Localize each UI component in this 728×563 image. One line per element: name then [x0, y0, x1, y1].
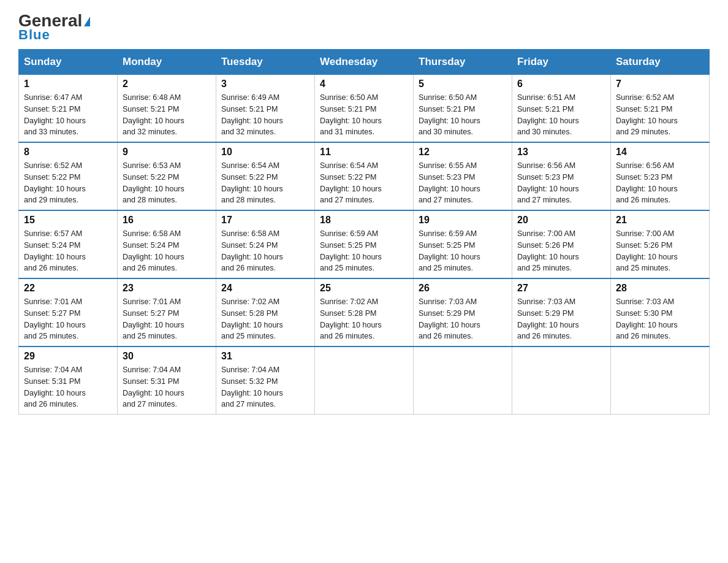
day-number: 23: [123, 283, 211, 294]
day-number: 9: [123, 147, 211, 158]
days-header-row: SundayMondayTuesdayWednesdayThursdayFrid…: [19, 50, 710, 75]
day-number: 18: [320, 215, 408, 226]
calendar-cell: 25 Sunrise: 7:02 AM Sunset: 5:28 PM Dayl…: [315, 278, 414, 347]
day-info: Sunrise: 7:03 AM Sunset: 5:29 PM Dayligh…: [517, 296, 605, 342]
day-number: 12: [419, 147, 507, 158]
day-info: Sunrise: 7:01 AM Sunset: 5:27 PM Dayligh…: [123, 296, 211, 342]
logo: General Blue: [18, 12, 90, 43]
week-row-4: 22 Sunrise: 7:01 AM Sunset: 5:27 PM Dayl…: [19, 278, 710, 347]
day-number: 2: [123, 79, 211, 90]
calendar-cell: 23 Sunrise: 7:01 AM Sunset: 5:27 PM Dayl…: [118, 278, 216, 347]
calendar-cell: 17 Sunrise: 6:58 AM Sunset: 5:24 PM Dayl…: [216, 210, 315, 278]
calendar-cell: 19 Sunrise: 6:59 AM Sunset: 5:25 PM Dayl…: [414, 210, 512, 278]
calendar-cell: 21 Sunrise: 7:00 AM Sunset: 5:26 PM Dayl…: [611, 210, 710, 278]
week-row-3: 15 Sunrise: 6:57 AM Sunset: 5:24 PM Dayl…: [19, 210, 710, 278]
day-number: 22: [24, 283, 112, 294]
calendar-cell: 24 Sunrise: 7:02 AM Sunset: 5:28 PM Dayl…: [216, 278, 315, 347]
day-number: 8: [24, 147, 112, 158]
week-row-5: 29 Sunrise: 7:04 AM Sunset: 5:31 PM Dayl…: [19, 347, 710, 415]
calendar-cell: 28 Sunrise: 7:03 AM Sunset: 5:30 PM Dayl…: [611, 278, 710, 347]
day-info: Sunrise: 6:57 AM Sunset: 5:24 PM Dayligh…: [24, 228, 112, 274]
day-number: 19: [419, 215, 507, 226]
day-number: 4: [320, 79, 408, 90]
day-number: 31: [221, 351, 309, 362]
calendar-cell: 15 Sunrise: 6:57 AM Sunset: 5:24 PM Dayl…: [19, 210, 118, 278]
day-info: Sunrise: 6:59 AM Sunset: 5:25 PM Dayligh…: [320, 228, 408, 274]
day-number: 20: [517, 215, 605, 226]
calendar-cell: 10 Sunrise: 6:54 AM Sunset: 5:22 PM Dayl…: [216, 142, 315, 210]
column-header-thursday: Thursday: [414, 50, 512, 75]
day-info: Sunrise: 6:50 AM Sunset: 5:21 PM Dayligh…: [320, 92, 408, 138]
calendar-cell: 26 Sunrise: 7:03 AM Sunset: 5:29 PM Dayl…: [414, 278, 512, 347]
logo-blue-text: Blue: [18, 27, 50, 43]
day-info: Sunrise: 6:58 AM Sunset: 5:24 PM Dayligh…: [123, 228, 211, 274]
day-info: Sunrise: 7:04 AM Sunset: 5:31 PM Dayligh…: [24, 364, 112, 410]
calendar-cell: 5 Sunrise: 6:50 AM Sunset: 5:21 PM Dayli…: [414, 75, 512, 143]
day-info: Sunrise: 7:04 AM Sunset: 5:32 PM Dayligh…: [221, 364, 309, 410]
calendar-cell: 1 Sunrise: 6:47 AM Sunset: 5:21 PM Dayli…: [19, 75, 118, 143]
day-number: 26: [419, 283, 507, 294]
calendar-cell: 3 Sunrise: 6:49 AM Sunset: 5:21 PM Dayli…: [216, 75, 315, 143]
day-info: Sunrise: 6:51 AM Sunset: 5:21 PM Dayligh…: [517, 92, 605, 138]
day-info: Sunrise: 7:02 AM Sunset: 5:28 PM Dayligh…: [320, 296, 408, 342]
day-number: 30: [123, 351, 211, 362]
calendar-table: SundayMondayTuesdayWednesdayThursdayFrid…: [18, 49, 710, 415]
day-number: 11: [320, 147, 408, 158]
day-info: Sunrise: 6:58 AM Sunset: 5:24 PM Dayligh…: [221, 228, 309, 274]
day-number: 1: [24, 79, 112, 90]
calendar-cell: 29 Sunrise: 7:04 AM Sunset: 5:31 PM Dayl…: [19, 347, 118, 415]
day-number: 7: [616, 79, 704, 90]
column-header-tuesday: Tuesday: [216, 50, 315, 75]
day-info: Sunrise: 6:59 AM Sunset: 5:25 PM Dayligh…: [419, 228, 507, 274]
day-number: 17: [221, 215, 309, 226]
day-info: Sunrise: 7:02 AM Sunset: 5:28 PM Dayligh…: [221, 296, 309, 342]
day-info: Sunrise: 7:04 AM Sunset: 5:31 PM Dayligh…: [123, 364, 211, 410]
day-number: 6: [517, 79, 605, 90]
calendar-cell: 16 Sunrise: 6:58 AM Sunset: 5:24 PM Dayl…: [118, 210, 216, 278]
day-number: 28: [616, 283, 704, 294]
calendar-cell: 2 Sunrise: 6:48 AM Sunset: 5:21 PM Dayli…: [118, 75, 216, 143]
day-number: 21: [616, 215, 704, 226]
day-info: Sunrise: 6:56 AM Sunset: 5:23 PM Dayligh…: [616, 160, 704, 206]
day-number: 14: [616, 147, 704, 158]
calendar-cell: 4 Sunrise: 6:50 AM Sunset: 5:21 PM Dayli…: [315, 75, 414, 143]
calendar-cell: 7 Sunrise: 6:52 AM Sunset: 5:21 PM Dayli…: [611, 75, 710, 143]
day-number: 3: [221, 79, 309, 90]
day-info: Sunrise: 6:54 AM Sunset: 5:22 PM Dayligh…: [320, 160, 408, 206]
day-info: Sunrise: 6:53 AM Sunset: 5:22 PM Dayligh…: [123, 160, 211, 206]
day-number: 15: [24, 215, 112, 226]
day-number: 5: [419, 79, 507, 90]
calendar-cell: 18 Sunrise: 6:59 AM Sunset: 5:25 PM Dayl…: [315, 210, 414, 278]
day-number: 29: [24, 351, 112, 362]
calendar-cell: [512, 347, 611, 415]
calendar-cell: 8 Sunrise: 6:52 AM Sunset: 5:22 PM Dayli…: [19, 142, 118, 210]
calendar-cell: 30 Sunrise: 7:04 AM Sunset: 5:31 PM Dayl…: [118, 347, 216, 415]
column-header-friday: Friday: [512, 50, 611, 75]
calendar-cell: 11 Sunrise: 6:54 AM Sunset: 5:22 PM Dayl…: [315, 142, 414, 210]
page-header: General Blue: [18, 12, 710, 43]
column-header-sunday: Sunday: [19, 50, 118, 75]
calendar-cell: 20 Sunrise: 7:00 AM Sunset: 5:26 PM Dayl…: [512, 210, 611, 278]
day-info: Sunrise: 6:48 AM Sunset: 5:21 PM Dayligh…: [123, 92, 211, 138]
day-info: Sunrise: 7:03 AM Sunset: 5:30 PM Dayligh…: [616, 296, 704, 342]
day-number: 25: [320, 283, 408, 294]
column-header-saturday: Saturday: [611, 50, 710, 75]
calendar-cell: 6 Sunrise: 6:51 AM Sunset: 5:21 PM Dayli…: [512, 75, 611, 143]
calendar-cell: 27 Sunrise: 7:03 AM Sunset: 5:29 PM Dayl…: [512, 278, 611, 347]
day-number: 27: [517, 283, 605, 294]
day-info: Sunrise: 6:55 AM Sunset: 5:23 PM Dayligh…: [419, 160, 507, 206]
day-info: Sunrise: 6:47 AM Sunset: 5:21 PM Dayligh…: [24, 92, 112, 138]
week-row-2: 8 Sunrise: 6:52 AM Sunset: 5:22 PM Dayli…: [19, 142, 710, 210]
calendar-cell: 12 Sunrise: 6:55 AM Sunset: 5:23 PM Dayl…: [414, 142, 512, 210]
day-info: Sunrise: 7:01 AM Sunset: 5:27 PM Dayligh…: [24, 296, 112, 342]
day-info: Sunrise: 6:56 AM Sunset: 5:23 PM Dayligh…: [517, 160, 605, 206]
calendar-cell: 13 Sunrise: 6:56 AM Sunset: 5:23 PM Dayl…: [512, 142, 611, 210]
column-header-wednesday: Wednesday: [315, 50, 414, 75]
calendar-cell: 31 Sunrise: 7:04 AM Sunset: 5:32 PM Dayl…: [216, 347, 315, 415]
calendar-cell: 9 Sunrise: 6:53 AM Sunset: 5:22 PM Dayli…: [118, 142, 216, 210]
calendar-cell: [611, 347, 710, 415]
day-info: Sunrise: 7:00 AM Sunset: 5:26 PM Dayligh…: [616, 228, 704, 274]
day-info: Sunrise: 6:52 AM Sunset: 5:21 PM Dayligh…: [616, 92, 704, 138]
day-info: Sunrise: 6:54 AM Sunset: 5:22 PM Dayligh…: [221, 160, 309, 206]
day-number: 24: [221, 283, 309, 294]
